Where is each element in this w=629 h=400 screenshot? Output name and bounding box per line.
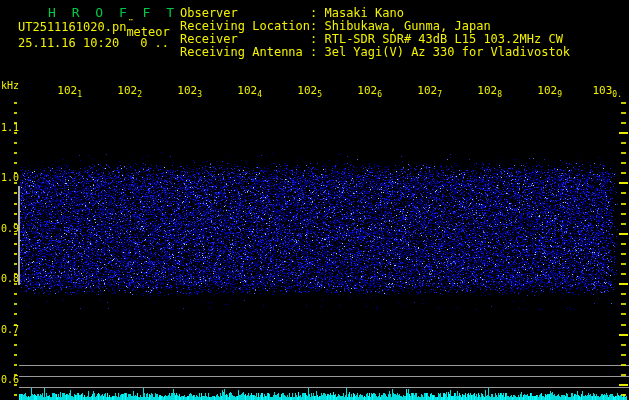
freq-tick-right bbox=[619, 384, 628, 386]
freq-tick-left bbox=[14, 263, 17, 265]
freq-tick-left bbox=[14, 162, 17, 164]
freq-tick-right bbox=[621, 152, 626, 154]
info-row-location: Receiving Location: Shibukawa, Gunma, Ja… bbox=[180, 19, 491, 33]
info-value: Masaki Kano bbox=[324, 6, 403, 20]
freq-tick-left bbox=[14, 243, 17, 245]
time-label-1024: 1024 bbox=[230, 84, 262, 97]
hrofft-output-image: H R O F F T UT2511161020.pn¨meteor 25.11… bbox=[0, 0, 629, 400]
freq-tick-right bbox=[621, 293, 626, 295]
filename-marks: ¨ bbox=[127, 17, 134, 30]
time-label-1028: 1028 bbox=[470, 84, 502, 97]
freq-tick-right bbox=[621, 122, 626, 124]
filename-row: UT2511161020.pn¨meteor bbox=[18, 20, 170, 34]
app-title: H R O F F T bbox=[48, 5, 178, 20]
freq-tick-right bbox=[621, 394, 626, 396]
freq-tick-left bbox=[14, 203, 17, 205]
info-separator: : bbox=[310, 32, 324, 46]
freq-tick-right bbox=[621, 112, 626, 114]
freq-label-0-8: 0.8 bbox=[1, 273, 19, 284]
info-row-antenna: Receiving Antenna: 3el Yagi(V) Az 330 fo… bbox=[180, 45, 570, 59]
freq-tick-right bbox=[621, 162, 626, 164]
freq-tick-right bbox=[621, 213, 626, 215]
datetime-row: 25.11.16 10:200 .. bbox=[18, 36, 169, 50]
freq-tick-left bbox=[14, 354, 17, 356]
freq-tick-right bbox=[621, 102, 626, 104]
freq-tick-right bbox=[621, 223, 626, 225]
time-label-1025: 1025 bbox=[290, 84, 322, 97]
freq-tick-left bbox=[14, 213, 17, 215]
freq-label-0-7: 0.7 bbox=[1, 324, 19, 335]
freq-tick-right bbox=[621, 192, 626, 194]
freq-tick-right bbox=[621, 313, 626, 315]
filename-text: UT2511161020.pn bbox=[18, 20, 126, 34]
freq-tick-right bbox=[621, 273, 626, 275]
freq-tick-right bbox=[619, 233, 628, 235]
freq-tick-right bbox=[621, 263, 626, 265]
freq-tick-right bbox=[619, 182, 628, 184]
info-value: RTL-SDR SDR# 43dB L15 103.2MHz CW bbox=[324, 32, 562, 46]
time-label-1022: 1022 bbox=[110, 84, 142, 97]
freq-tick-right bbox=[621, 172, 626, 174]
info-value: Shibukawa, Gunma, Japan bbox=[324, 19, 490, 33]
freq-tick-left bbox=[14, 152, 17, 154]
freq-tick-right bbox=[621, 243, 626, 245]
freq-tick-right bbox=[619, 334, 628, 336]
info-label: Receiver bbox=[180, 32, 310, 46]
info-separator: : bbox=[310, 19, 324, 33]
freq-tick-left bbox=[14, 192, 17, 194]
spectrogram-canvas bbox=[0, 0, 629, 400]
info-separator: : bbox=[310, 45, 324, 59]
echo-count: 0 .. bbox=[140, 36, 169, 50]
info-label: Receiving Antenna bbox=[180, 45, 310, 59]
time-label-1026: 1026 bbox=[350, 84, 382, 97]
freq-tick-left bbox=[14, 253, 17, 255]
freq-tick-left bbox=[14, 313, 17, 315]
freq-label-0-6: 0.6 bbox=[1, 374, 19, 385]
info-value: 3el Yagi(V) Az 330 for Vladivostok bbox=[324, 45, 570, 59]
freq-tick-right bbox=[619, 283, 628, 285]
freq-tick-left bbox=[14, 364, 17, 366]
freq-tick-right bbox=[621, 203, 626, 205]
time-label-1021: 1021 bbox=[50, 84, 82, 97]
freq-tick-right bbox=[621, 303, 626, 305]
freq-tick-left bbox=[14, 394, 17, 396]
freq-tick-left bbox=[14, 102, 17, 104]
freq-tick-right bbox=[621, 354, 626, 356]
band-marker-line bbox=[18, 186, 20, 285]
info-separator: : bbox=[310, 6, 324, 20]
freq-tick-right bbox=[621, 344, 626, 346]
freq-tick-right bbox=[621, 142, 626, 144]
time-label-1030: 1030. bbox=[590, 84, 622, 97]
freq-axis-unit: kHz bbox=[1, 80, 19, 91]
time-label-1023: 1023 bbox=[170, 84, 202, 97]
time-label-1029: 1029 bbox=[530, 84, 562, 97]
reference-line bbox=[19, 376, 629, 377]
freq-tick-left bbox=[14, 303, 17, 305]
freq-tick-left bbox=[14, 142, 17, 144]
info-row-receiver: Receiver: RTL-SDR SDR# 43dB L15 103.2MHz… bbox=[180, 32, 563, 46]
info-label: Receiving Location bbox=[180, 19, 310, 33]
freq-tick-left bbox=[14, 112, 17, 114]
reference-line bbox=[19, 387, 629, 388]
datetime-text: 25.11.16 10:20 bbox=[18, 36, 119, 50]
freq-tick-left bbox=[14, 344, 17, 346]
freq-tick-right bbox=[619, 132, 628, 134]
freq-label-1-0: 1.0 bbox=[1, 172, 19, 183]
freq-tick-right bbox=[621, 374, 626, 376]
info-row-observer: Observer: Masaki Kano bbox=[180, 6, 404, 20]
freq-label-0-9: 0.9 bbox=[1, 223, 19, 234]
freq-tick-left bbox=[14, 293, 17, 295]
freq-tick-right bbox=[621, 253, 626, 255]
time-label-1027: 1027 bbox=[410, 84, 442, 97]
info-label: Observer bbox=[180, 6, 310, 20]
reference-line bbox=[19, 365, 629, 366]
freq-tick-right bbox=[621, 324, 626, 326]
freq-label-1-1: 1.1 bbox=[1, 122, 19, 133]
freq-tick-right bbox=[621, 364, 626, 366]
